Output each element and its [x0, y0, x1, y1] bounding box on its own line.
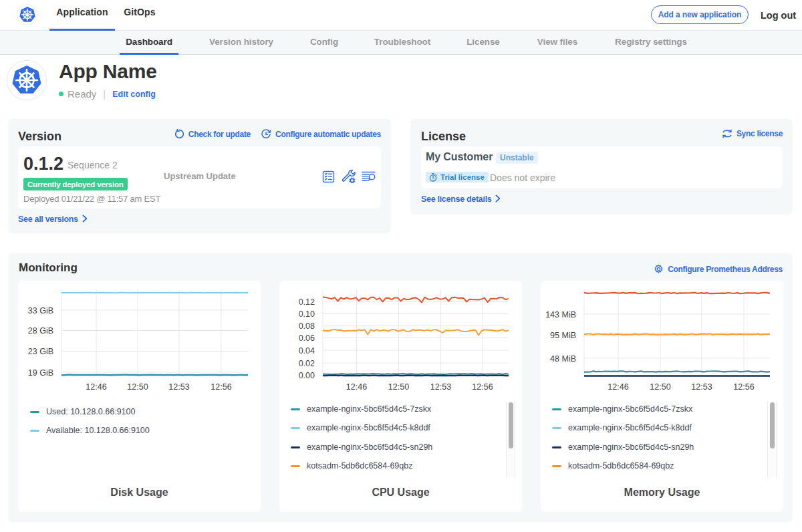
svg-text:0.06: 0.06: [299, 334, 315, 343]
svg-text:19 GiB: 19 GiB: [28, 368, 53, 378]
svg-text:0.08: 0.08: [299, 321, 315, 331]
svg-text:12:53: 12:53: [430, 382, 451, 392]
svg-text:48 MiB: 48 MiB: [550, 354, 576, 364]
svg-text:12:46: 12:46: [346, 382, 367, 392]
svg-text:12:53: 12:53: [168, 382, 189, 392]
svg-text:33 GiB: 33 GiB: [28, 306, 53, 315]
svg-text:0.00: 0.00: [299, 371, 315, 380]
svg-text:12:46: 12:46: [608, 382, 628, 392]
svg-text:12:56: 12:56: [211, 382, 231, 392]
svg-text:143 MiB: 143 MiB: [545, 310, 576, 319]
svg-text:0.02: 0.02: [299, 359, 315, 368]
svg-text:23 GiB: 23 GiB: [28, 347, 53, 356]
svg-text:12:56: 12:56: [733, 382, 754, 392]
svg-text:12:50: 12:50: [650, 382, 670, 392]
svg-text:12:56: 12:56: [472, 382, 493, 392]
svg-text:12:53: 12:53: [691, 382, 712, 392]
svg-text:0.10: 0.10: [299, 309, 315, 319]
svg-text:0.04: 0.04: [299, 346, 315, 356]
svg-text:95 MiB: 95 MiB: [550, 331, 576, 340]
svg-text:12:46: 12:46: [86, 382, 106, 392]
svg-text:12:50: 12:50: [388, 382, 409, 392]
svg-text:12:50: 12:50: [127, 382, 148, 392]
svg-text:28 GiB: 28 GiB: [28, 326, 53, 336]
svg-text:0.12: 0.12: [299, 297, 315, 307]
